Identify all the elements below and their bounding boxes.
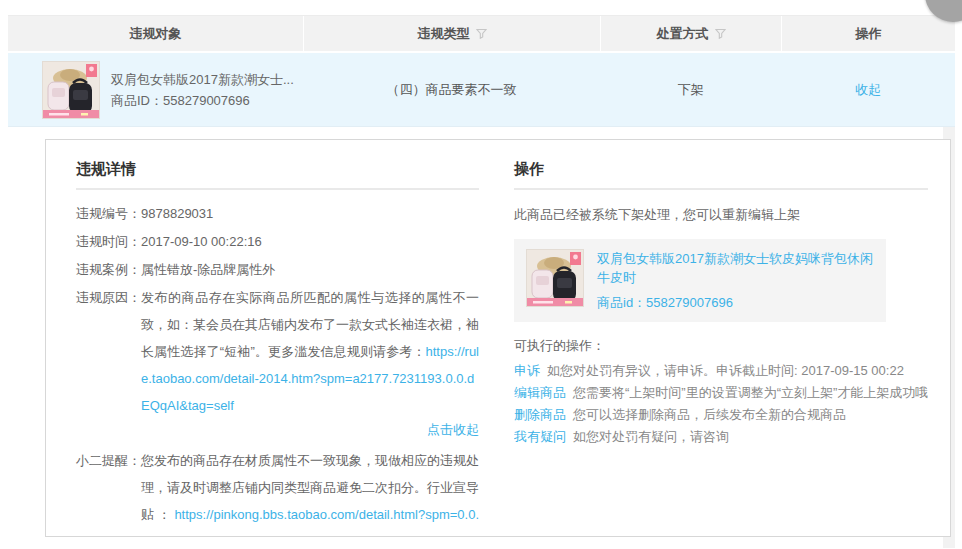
- off-shelf-notice: 此商品已经被系统下架处理，您可以重新编辑上架: [514, 205, 928, 225]
- column-header-operation: 操作: [781, 16, 955, 51]
- collapse-reason-row: 点击收起: [76, 420, 479, 440]
- column-header-label: 违规对象: [130, 25, 182, 43]
- filter-icon[interactable]: [476, 28, 487, 39]
- action-edit-product: 编辑商品您需要将“上架时间”里的设置调整为“立刻上架”才能上架成功哦: [514, 382, 928, 404]
- actions-title: 可执行的操作：: [514, 337, 928, 355]
- delete-product-link[interactable]: 删除商品: [514, 407, 566, 422]
- cell-disposal: 下架: [600, 53, 781, 126]
- field-value: 发布的商品存在实际商品所匹配的属性与选择的属性不一致，如：某会员在其店铺内发布了…: [141, 284, 479, 419]
- detail-panel: 违规详情 违规编号： 9878829031 违规时间： 2017-09-10 0…: [45, 139, 951, 537]
- action-delete-product: 删除商品您可以选择删除商品，后续发布全新的合规商品: [514, 404, 928, 426]
- field-violation-no: 违规编号： 9878829031: [76, 200, 479, 228]
- collapse-reason-link[interactable]: 点击收起: [427, 422, 479, 437]
- cell-operation: 收起: [781, 53, 955, 126]
- appeal-link[interactable]: 申诉: [514, 363, 540, 378]
- product-id: 商品ID：558279007696: [111, 90, 294, 111]
- product-image: [526, 249, 584, 307]
- violation-row: 双肩包女韩版2017新款潮女士... 商品ID：558279007696 （四）…: [8, 53, 955, 127]
- action-question: 我有疑问如您对处罚有疑问，请咨询: [514, 426, 928, 448]
- filter-icon[interactable]: [715, 28, 726, 39]
- column-header-label: 处置方式: [657, 25, 709, 43]
- violation-table: 违规对象 违规类型 处置方式 操作: [0, 0, 962, 548]
- product-card-info: 双肩包女韩版2017新款潮女士软皮妈咪背包休闲牛皮时 商品id：55827900…: [597, 249, 874, 312]
- column-header-label: 违规类型: [418, 25, 470, 43]
- product-card: 双肩包女韩版2017新款潮女士软皮妈咪背包休闲牛皮时 商品id：55827900…: [514, 239, 886, 322]
- violation-detail-column: 违规详情 违规编号： 9878829031 违规时间： 2017-09-10 0…: [76, 154, 479, 536]
- product-card-id: 商品id：558279007696: [597, 294, 874, 312]
- field-value: 您发布的商品存在材质属性不一致现象，现做相应的违规处理，请及时调整店铺内同类型商…: [141, 447, 479, 537]
- field-label: 违规时间：: [76, 228, 141, 256]
- operation-column: 操作 此商品已经被系统下架处理，您可以重新编辑上架: [514, 154, 928, 536]
- field-value: 属性错放-除品牌属性外: [141, 256, 479, 284]
- industry-post-link[interactable]: https://pinkong.bbs.taobao.com/detail.ht…: [141, 507, 479, 537]
- field-label: 小二提醒：: [76, 447, 141, 537]
- section-title-operation: 操作: [514, 154, 928, 190]
- product-info: 双肩包女韩版2017新款潮女士... 商品ID：558279007696: [111, 69, 294, 111]
- table-header-row: 违规对象 违规类型 处置方式 操作: [8, 15, 955, 51]
- column-header-violation-type[interactable]: 违规类型: [303, 16, 600, 51]
- action-desc: 如您对处罚有异议，请申诉。申诉截止时间: 2017-09-15 00:22: [547, 363, 904, 378]
- action-desc: 您需要将“上架时间”里的设置调整为“立刻上架”才能上架成功哦: [573, 385, 928, 400]
- expanded-detail-area: 违规详情 违规编号： 9878829031 违规时间： 2017-09-10 0…: [8, 127, 955, 548]
- field-value: 2017-09-10 00:22:16: [141, 228, 479, 256]
- collapse-row-link[interactable]: 收起: [855, 81, 881, 99]
- product-card-title-link[interactable]: 双肩包女韩版2017新款潮女士软皮妈咪背包休闲牛皮时: [597, 249, 874, 287]
- field-label: 违规原因：: [76, 284, 141, 419]
- field-violation-time: 违规时间： 2017-09-10 00:22:16: [76, 228, 479, 256]
- edit-product-link[interactable]: 编辑商品: [514, 385, 566, 400]
- disposal-value: 下架: [678, 81, 704, 99]
- question-link[interactable]: 我有疑问: [514, 429, 566, 444]
- field-value: 9878829031: [141, 200, 479, 228]
- field-reminder: 小二提醒： 您发布的商品存在材质属性不一致现象，现做相应的违规处理，请及时调整店…: [76, 447, 479, 537]
- section-title-detail: 违规详情: [76, 154, 479, 190]
- field-label: 违规案例：: [76, 256, 141, 284]
- column-header-violation-object: 违规对象: [8, 16, 303, 51]
- field-label: 违规编号：: [76, 200, 141, 228]
- product-image: [42, 61, 100, 119]
- cell-violation-type: （四）商品要素不一致: [303, 53, 600, 126]
- action-desc: 您可以选择删除商品，后续发布全新的合规商品: [573, 407, 846, 422]
- column-header-label: 操作: [856, 25, 882, 43]
- action-desc: 如您对处罚有疑问，请咨询: [573, 429, 729, 444]
- action-appeal: 申诉如您对处罚有异议，请申诉。申诉截止时间: 2017-09-15 00:22: [514, 360, 928, 382]
- field-violation-reason: 违规原因： 发布的商品存在实际商品所匹配的属性与选择的属性不一致，如：某会员在其…: [76, 284, 479, 419]
- violation-type-value: （四）商品要素不一致: [387, 81, 517, 99]
- column-header-disposal[interactable]: 处置方式: [600, 16, 781, 51]
- violation-management-page: 违规对象 违规类型 处置方式 操作: [0, 0, 962, 549]
- product-title: 双肩包女韩版2017新款潮女士...: [111, 69, 294, 90]
- field-violation-case: 违规案例： 属性错放-除品牌属性外: [76, 256, 479, 284]
- cell-violation-object: 双肩包女韩版2017新款潮女士... 商品ID：558279007696: [8, 53, 303, 126]
